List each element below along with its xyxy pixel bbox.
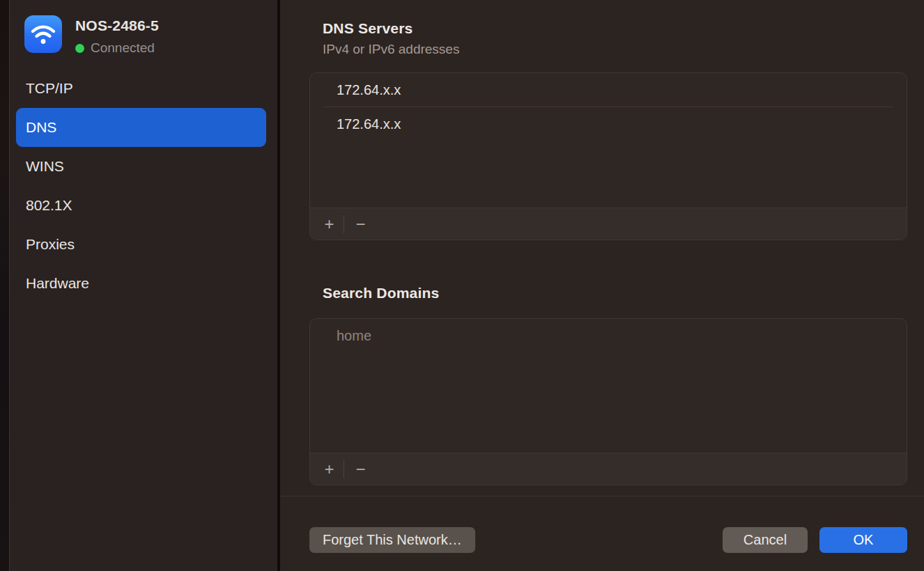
sidebar-item-wins[interactable]: WINS [16, 147, 266, 186]
dns-servers-list: 172.64.x.x 172.64.x.x + − [309, 72, 907, 240]
network-name: NOS-2486-5 [75, 17, 159, 34]
search-domains-list: home + − [309, 318, 907, 485]
dns-server-value: 172.64.x.x [337, 82, 401, 98]
dns-settings-panel: DNS Servers IPv4 or IPv6 addresses 172.6… [280, 0, 924, 571]
add-search-domain-button[interactable]: + [318, 457, 341, 481]
window-backdrop-edge [0, 0, 9, 571]
toolbar-separator [344, 215, 344, 233]
add-dns-server-button[interactable]: + [318, 212, 341, 236]
search-domain-row[interactable]: home [310, 319, 907, 352]
cancel-button[interactable]: Cancel [723, 527, 808, 553]
dns-servers-subtitle: IPv4 or IPv6 addresses [323, 42, 459, 57]
remove-search-domain-button[interactable]: − [349, 457, 372, 481]
network-meta: NOS-2486-5 Connected [75, 15, 159, 56]
forget-network-button[interactable]: Forget This Network… [309, 527, 475, 553]
toolbar-separator [344, 460, 344, 478]
sidebar-item-8021x[interactable]: 802.1X [16, 186, 266, 225]
settings-nav: TCP/IP DNS WINS 802.1X Proxies Hardware [10, 69, 277, 303]
dns-server-value: 172.64.x.x [337, 116, 401, 132]
sidebar-item-hardware[interactable]: Hardware [16, 264, 266, 303]
footer-actions: Forget This Network… Cancel OK [309, 527, 907, 553]
sidebar-item-proxies[interactable]: Proxies [16, 225, 266, 264]
sidebar-item-tcpip[interactable]: TCP/IP [16, 69, 266, 108]
dns-servers-title: DNS Servers [323, 20, 413, 37]
search-domains-toolbar: + − [310, 453, 907, 485]
search-domains-title: Search Domains [323, 285, 439, 302]
dns-server-row[interactable]: 172.64.x.x [310, 73, 907, 107]
sidebar: NOS-2486-5 Connected TCP/IP DNS WINS 802… [9, 0, 277, 571]
sidebar-item-dns[interactable]: DNS [16, 108, 266, 147]
dns-server-row[interactable]: 172.64.x.x [310, 107, 907, 141]
footer-divider [280, 496, 924, 496]
network-header: NOS-2486-5 Connected [24, 15, 159, 56]
status-row: Connected [75, 40, 159, 56]
connected-status-dot [75, 44, 84, 53]
network-details-sheet: NOS-2486-5 Connected TCP/IP DNS WINS 802… [0, 0, 924, 571]
remove-dns-server-button[interactable]: − [349, 212, 372, 236]
connected-status-label: Connected [91, 40, 155, 56]
search-domain-value: home [337, 328, 371, 344]
dns-servers-toolbar: + − [310, 208, 907, 240]
wifi-icon [24, 15, 62, 53]
ok-button[interactable]: OK [819, 527, 907, 553]
